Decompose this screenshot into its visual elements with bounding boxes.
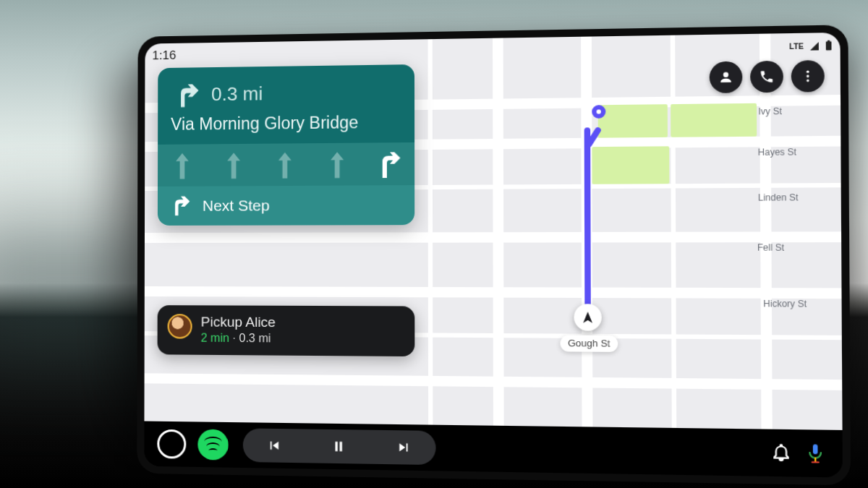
signal-icon bbox=[809, 40, 821, 51]
street-fell: Fell St bbox=[757, 242, 784, 253]
contact-avatar bbox=[168, 314, 192, 338]
bottom-bar bbox=[144, 421, 843, 478]
street-ivy: Ivy St bbox=[758, 106, 782, 117]
car-display-device: Ivy St Hayes St Linden St Fell St Hickor… bbox=[137, 25, 851, 485]
status-time: 1:16 bbox=[152, 48, 176, 63]
pickup-card[interactable]: Pickup Alice 2 min · 0.3 mi bbox=[158, 305, 415, 356]
navcard-next-step[interactable]: Next Step bbox=[158, 185, 414, 226]
pickup-title: Pickup Alice bbox=[201, 314, 276, 330]
pause-button[interactable] bbox=[331, 438, 347, 455]
svg-point-3 bbox=[807, 75, 809, 78]
current-street-chip: Gough St bbox=[560, 335, 618, 352]
navcard-lanes bbox=[158, 142, 414, 187]
map-action-buttons bbox=[710, 60, 825, 93]
svg-rect-1 bbox=[827, 40, 830, 42]
street-hayes: Hayes St bbox=[758, 147, 796, 158]
pickup-eta: 2 min bbox=[201, 332, 229, 344]
current-location-marker bbox=[574, 304, 601, 330]
skip-next-button[interactable] bbox=[395, 439, 412, 455]
battery-icon bbox=[825, 40, 833, 51]
next-step-turn-icon bbox=[171, 195, 192, 217]
profile-button[interactable] bbox=[710, 61, 743, 93]
network-label: LTE bbox=[789, 42, 804, 51]
navigation-card[interactable]: 0.3 mi Via Morning Glory Bridge Next Ste… bbox=[158, 64, 414, 226]
media-controls bbox=[243, 428, 436, 465]
more-options-button[interactable] bbox=[791, 60, 825, 93]
svg-rect-5 bbox=[813, 444, 818, 454]
home-button[interactable] bbox=[157, 429, 186, 459]
spotify-app-icon[interactable] bbox=[197, 429, 228, 461]
turn-right-icon bbox=[171, 79, 201, 110]
destination-marker bbox=[592, 105, 605, 119]
voice-assistant-button[interactable] bbox=[806, 442, 828, 464]
active-lane-right bbox=[374, 150, 404, 179]
phone-button[interactable] bbox=[750, 61, 783, 93]
street-hickory: Hickory St bbox=[763, 299, 807, 309]
svg-rect-0 bbox=[826, 41, 832, 51]
nav-distance: 0.3 mi bbox=[211, 82, 263, 106]
next-step-label: Next Step bbox=[203, 197, 270, 215]
svg-point-4 bbox=[807, 80, 809, 82]
skip-previous-button[interactable] bbox=[267, 437, 283, 454]
pickup-distance: 0.3 mi bbox=[239, 332, 271, 344]
pickup-subtitle: 2 min · 0.3 mi bbox=[201, 332, 276, 346]
notifications-button[interactable] bbox=[771, 442, 793, 464]
street-linden: Linden St bbox=[758, 192, 798, 203]
svg-point-2 bbox=[807, 70, 809, 73]
screen: Ivy St Hayes St Linden St Fell St Hickor… bbox=[144, 33, 843, 478]
map-canvas[interactable]: Ivy St Hayes St Linden St Fell St Hickor… bbox=[144, 33, 842, 430]
navcard-main: 0.3 mi Via Morning Glory Bridge bbox=[158, 64, 414, 145]
nav-via: Via Morning Glory Bridge bbox=[171, 111, 401, 134]
